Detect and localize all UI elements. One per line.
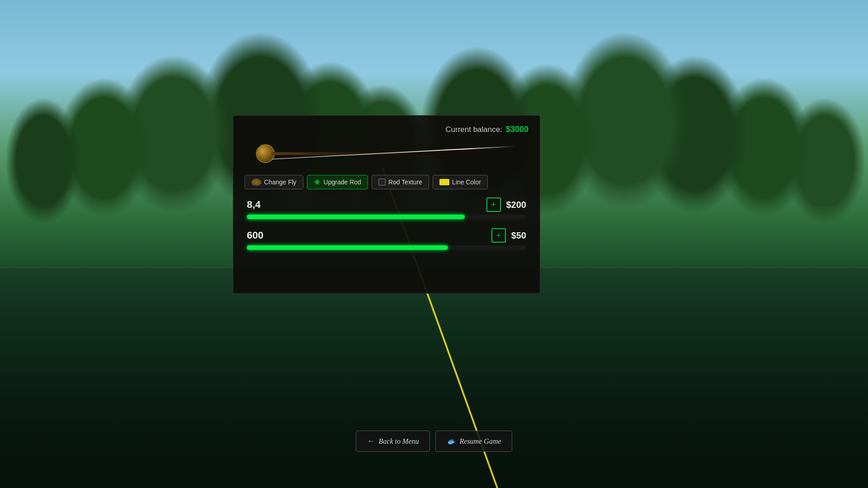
upgrade-capacity-price: $50 bbox=[511, 230, 526, 241]
color-icon bbox=[439, 179, 449, 185]
stat-row-capacity: 600 + $50 bbox=[247, 228, 526, 250]
stat-value-capacity: 600 bbox=[247, 230, 264, 241]
tab-line-color[interactable]: Line Color bbox=[433, 175, 488, 189]
stats-section: 8,4 + $200 600 + $50 bbox=[245, 197, 528, 250]
rod-visual bbox=[245, 138, 528, 169]
fish-icon: 🐟 bbox=[447, 437, 456, 446]
balance-value: $3000 bbox=[506, 125, 528, 134]
equipment-panel: Current balance: $3000 Change Fly Upgrad… bbox=[233, 115, 540, 294]
rod-preview-area bbox=[245, 138, 528, 169]
tabs-row: Change Fly Upgrade Rod Rod Texture Line … bbox=[245, 175, 528, 189]
water-reflection bbox=[0, 268, 868, 488]
back-to-menu-label: Back to Menu bbox=[379, 437, 419, 446]
stat-bar-fill-capacity bbox=[247, 245, 448, 250]
bottom-nav-buttons: ← Back to Menu 🐟 Resume Game bbox=[344, 431, 524, 452]
resume-game-button[interactable]: 🐟 Resume Game bbox=[435, 431, 512, 452]
stat-bar-bg-capacity bbox=[247, 245, 526, 250]
texture-icon bbox=[378, 178, 386, 186]
upgrade-length-price: $200 bbox=[506, 200, 527, 210]
stat-header-length: 8,4 + $200 bbox=[247, 197, 526, 212]
stat-value-length: 8,4 bbox=[247, 199, 261, 211]
upgrade-capacity-button[interactable]: + bbox=[491, 228, 506, 243]
stat-row-length: 8,4 + $200 bbox=[247, 197, 526, 219]
stat-upgrade-capacity: + $50 bbox=[491, 228, 526, 243]
resume-game-label: Resume Game bbox=[459, 437, 501, 446]
tab-rod-texture[interactable]: Rod Texture bbox=[372, 175, 429, 189]
stat-bar-fill-length bbox=[247, 215, 465, 219]
stat-bar-bg-length bbox=[247, 215, 526, 219]
fly-icon bbox=[251, 178, 261, 186]
tab-upgrade-rod[interactable]: Upgrade Rod bbox=[307, 175, 368, 189]
stat-upgrade-length: + $200 bbox=[486, 197, 527, 212]
upgrade-length-button[interactable]: + bbox=[486, 197, 501, 212]
back-arrow-icon: ← bbox=[367, 436, 375, 446]
tab-change-fly[interactable]: Change Fly bbox=[245, 175, 303, 189]
stat-header-capacity: 600 + $50 bbox=[247, 228, 526, 243]
balance-label: Current balance: bbox=[445, 125, 502, 134]
back-to-menu-button[interactable]: ← Back to Menu bbox=[356, 431, 430, 452]
balance-row: Current balance: $3000 bbox=[245, 125, 528, 134]
upgrade-icon bbox=[314, 178, 321, 186]
